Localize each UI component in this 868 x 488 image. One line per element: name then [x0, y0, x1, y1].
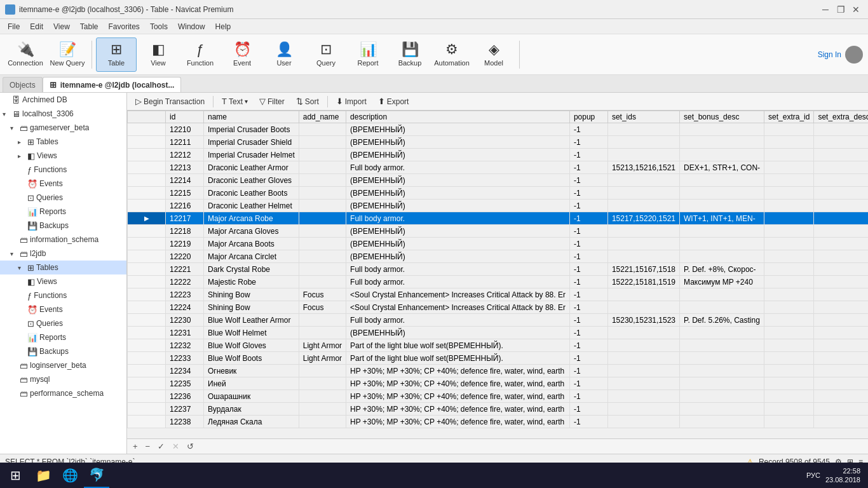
menu-item-table[interactable]: Table — [75, 21, 104, 32]
cell-set_bonus_desc-17[interactable] — [680, 339, 764, 352]
cell-set_ids-22[interactable] — [607, 403, 679, 416]
cell-description-0[interactable]: (ВРЕМЕННЫЙ) — [346, 123, 570, 136]
cell-set_bonus_desc-14[interactable] — [680, 301, 764, 314]
cell-set_extra_desc-3[interactable] — [814, 161, 868, 174]
cell-description-19[interactable]: HP +30%; MP +30%; CP +40%; defence fire,… — [346, 365, 570, 377]
add-row-button[interactable]: + — [131, 441, 140, 452]
table-row[interactable]: 12218Major Arcana Gloves(ВРЕМЕННЫЙ)-1 — [128, 225, 869, 238]
cell-set_ids-10[interactable] — [607, 250, 679, 263]
table-row[interactable]: 12234ОгневикHP +30%; MP +30%; CP +40%; d… — [128, 365, 869, 377]
cell-add_name-15[interactable] — [299, 314, 346, 327]
sidebar-item-gs-events[interactable]: ⏰Events — [0, 177, 126, 191]
cell-id-3[interactable]: 12213 — [166, 161, 204, 174]
toolbar-btn-model[interactable]: ◈Model — [473, 37, 514, 72]
cell-set_extra_desc-23[interactable] — [814, 416, 868, 428]
cell-id-16[interactable]: 12231 — [166, 327, 204, 339]
cell-popup-3[interactable]: -1 — [569, 161, 607, 174]
sidebar-item-archimed[interactable]: 🗄Archimed DB — [0, 93, 126, 107]
cell-set_ids-14[interactable] — [607, 301, 679, 314]
cell-description-14[interactable]: <Soul Crystal Enhancement> Increases Cri… — [346, 301, 570, 314]
cell-set_extra_id-17[interactable] — [764, 339, 814, 352]
cell-set_extra_desc-7[interactable] — [814, 212, 868, 225]
cell-name-23[interactable]: Ледяная Скала — [204, 416, 299, 428]
table-row[interactable]: 12214Draconic Leather Gloves(ВРЕМЕННЫЙ)-… — [128, 174, 869, 187]
close-button[interactable]: ✕ — [849, 3, 863, 17]
table-row[interactable]: 12221Dark Crystal RobeFull body armor.-1… — [128, 263, 869, 276]
sidebar-item-localhost[interactable]: ▾🖥localhost_3306 — [0, 107, 126, 121]
cell-id-2[interactable]: 12212 — [166, 149, 204, 161]
cell-set_extra_desc-19[interactable] — [814, 365, 868, 377]
cell-popup-0[interactable]: -1 — [569, 123, 607, 136]
cell-popup-6[interactable]: -1 — [569, 200, 607, 212]
data-grid-wrapper[interactable]: idnameadd_namedescriptionpopupset_idsset… — [127, 111, 868, 438]
cell-popup-13[interactable]: -1 — [569, 288, 607, 301]
sidebar-item-l2-events[interactable]: ⏰Events — [0, 302, 126, 316]
cell-set_extra_id-23[interactable] — [764, 416, 814, 428]
cell-set_bonus_desc-8[interactable] — [680, 225, 764, 238]
cell-set_bonus_desc-7[interactable]: WIT+1, INT+1, MEN- — [680, 212, 764, 225]
cell-id-7[interactable]: 12217 — [166, 212, 204, 225]
cell-name-20[interactable]: Иней — [204, 377, 299, 390]
cell-set_extra_desc-20[interactable] — [814, 377, 868, 390]
cell-add_name-5[interactable] — [299, 187, 346, 200]
cell-popup-22[interactable]: -1 — [569, 403, 607, 416]
toolbar-btn-function[interactable]: ƒFunction — [180, 37, 220, 72]
cell-set_extra_desc-1[interactable] — [814, 136, 868, 149]
col-header-name[interactable]: name — [204, 111, 299, 123]
cell-popup-12[interactable]: -1 — [569, 276, 607, 288]
cell-popup-4[interactable]: -1 — [569, 174, 607, 187]
cell-name-9[interactable]: Major Arcana Boots — [204, 238, 299, 250]
cell-set_bonus_desc-0[interactable] — [680, 123, 764, 136]
cell-name-22[interactable]: Вурдалак — [204, 403, 299, 416]
cell-popup-21[interactable]: -1 — [569, 390, 607, 403]
cell-add_name-8[interactable] — [299, 225, 346, 238]
cell-popup-14[interactable]: -1 — [569, 301, 607, 314]
sidebar-item-gs-functions[interactable]: ƒFunctions — [0, 163, 126, 177]
col-header-set_extra_desc[interactable]: set_extra_desc — [814, 111, 868, 123]
sidebar-item-info-schema[interactable]: 🗃information_schema — [0, 233, 126, 247]
cell-set_bonus_desc-1[interactable] — [680, 136, 764, 149]
cell-description-23[interactable]: HP +30%; MP +30%; CP +40%; defence fire,… — [346, 416, 570, 428]
menu-item-tools[interactable]: Tools — [145, 21, 173, 32]
table-row[interactable]: 12223Shining BowFocus<Soul Crystal Enhan… — [128, 288, 869, 301]
toolbar-btn-user[interactable]: 👤User — [264, 37, 304, 72]
cell-set_extra_id-10[interactable] — [764, 250, 814, 263]
cell-id-18[interactable]: 12233 — [166, 352, 204, 365]
cell-set_extra_desc-14[interactable] — [814, 301, 868, 314]
cell-set_ids-9[interactable] — [607, 238, 679, 250]
toolbar-btn-view[interactable]: ◧View — [138, 37, 179, 72]
sort-button[interactable]: ⇅ Sort — [292, 95, 323, 109]
cell-name-8[interactable]: Major Arcana Gloves — [204, 225, 299, 238]
col-header-description[interactable]: description — [346, 111, 570, 123]
table-row[interactable]: 12232Blue Wolf GlovesLight ArmorPart of … — [128, 339, 869, 352]
sidebar-item-l2-backups[interactable]: 💾Backups — [0, 344, 126, 358]
cell-id-12[interactable]: 12222 — [166, 276, 204, 288]
cell-set_ids-0[interactable] — [607, 123, 679, 136]
cell-set_ids-4[interactable] — [607, 174, 679, 187]
cell-set_ids-15[interactable]: 15230,15231,1523 — [607, 314, 679, 327]
table-row[interactable]: ▶12217Major Arcana RobeFull body armor.-… — [128, 212, 869, 225]
cell-description-9[interactable]: (ВРЕМЕННЫЙ) — [346, 238, 570, 250]
cell-add_name-17[interactable]: Light Armor — [299, 339, 346, 352]
cell-name-1[interactable]: Imperial Crusader Shield — [204, 136, 299, 149]
cell-set_ids-7[interactable]: 15217,15220,1521 — [607, 212, 679, 225]
cell-set_extra_id-12[interactable] — [764, 276, 814, 288]
toolbar-btn-backup[interactable]: 💾Backup — [390, 37, 430, 72]
cell-add_name-22[interactable] — [299, 403, 346, 416]
table-row[interactable]: 12230Blue Wolf Leather ArmorFull body ar… — [128, 314, 869, 327]
cell-set_extra_id-11[interactable] — [764, 263, 814, 276]
col-header-set_bonus_desc[interactable]: set_bonus_desc — [680, 111, 764, 123]
cell-add_name-14[interactable]: Focus — [299, 301, 346, 314]
begin-transaction-button[interactable]: ▷ Begin Transaction — [131, 95, 209, 109]
menu-item-favorites[interactable]: Favorites — [104, 21, 145, 32]
cell-description-3[interactable]: Full body armor. — [346, 161, 570, 174]
col-header-set_extra_id[interactable]: set_extra_id — [764, 111, 814, 123]
cell-name-21[interactable]: Ошарашник — [204, 390, 299, 403]
menu-item-edit[interactable]: Edit — [25, 21, 48, 32]
cell-name-7[interactable]: Major Arcana Robe — [204, 212, 299, 225]
cell-popup-20[interactable]: -1 — [569, 377, 607, 390]
sidebar-item-l2jdb[interactable]: ▾🗃l2jdb — [0, 247, 126, 261]
cell-set_bonus_desc-23[interactable] — [680, 416, 764, 428]
sidebar-item-gs-backups[interactable]: 💾Backups — [0, 219, 126, 233]
cell-set_extra_id-18[interactable] — [764, 352, 814, 365]
